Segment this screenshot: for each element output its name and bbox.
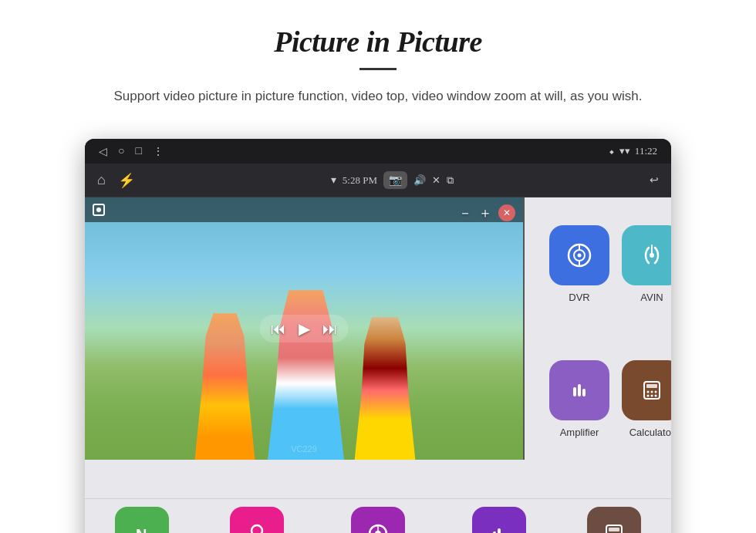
pip-top-bar xyxy=(85,197,523,222)
bottom-icons-row: N Netflix SiriusXM xyxy=(85,498,671,533)
device-frame: ◁ ○ □ ⋮ ⬥ ▾▾ 11:22 ⌂ ⚡ ▾ 5:28 PM 📷 🔊 xyxy=(85,139,671,533)
amplifier-label: Amplifier xyxy=(560,427,599,438)
svg-point-12 xyxy=(647,391,650,393)
svg-point-16 xyxy=(651,395,653,397)
page-container: Picture in Picture Support video picture… xyxy=(0,0,756,533)
menu-nav-icon[interactable]: ⋮ xyxy=(153,145,164,158)
person-1 xyxy=(187,313,264,460)
pip-fast-forward-button[interactable]: ⏭ xyxy=(322,320,338,338)
svg-point-13 xyxy=(651,391,653,393)
camera-button[interactable]: 📷 xyxy=(383,171,407,189)
svg-rect-25 xyxy=(498,528,501,533)
volume-icon[interactable]: 🔊 xyxy=(413,174,426,187)
bottom-app-calculator[interactable]: Calculator xyxy=(587,507,641,533)
dvr-label: DVR xyxy=(569,292,589,303)
app-cell-amplifier[interactable]: Amplifier xyxy=(543,348,616,483)
clock-display: 5:28 PM xyxy=(343,174,377,187)
calculator-bottom-icon xyxy=(587,507,641,533)
main-area: － ＋ ✕ ⏮ ▶ ⏭ VC229 xyxy=(85,197,671,498)
pip-playback-controls[interactable]: ⏮ ▶ ⏭ xyxy=(260,315,349,342)
bottom-app-netflix[interactable]: N Netflix xyxy=(115,507,169,533)
wifi-icon: ▾ xyxy=(331,174,336,187)
pip-close-button[interactable]: ✕ xyxy=(498,204,515,221)
netflix-bottom-icon: N xyxy=(115,507,169,533)
person-3 xyxy=(349,317,422,460)
bottom-app-wheelkey[interactable]: Wheelkey Study xyxy=(345,507,412,533)
pip-people xyxy=(85,250,523,460)
pip-minimize-button[interactable]: － xyxy=(458,204,472,222)
amplifier-icon xyxy=(549,360,609,420)
app-cell-calculator[interactable]: Calculator xyxy=(616,348,671,483)
app-bar-right: ↩ xyxy=(650,174,659,187)
svg-rect-28 xyxy=(609,528,619,531)
pip-play-button[interactable]: ▶ xyxy=(299,319,310,338)
pip-video: － ＋ ✕ ⏮ ▶ ⏭ VC229 xyxy=(85,197,523,460)
recent-nav-icon[interactable]: □ xyxy=(135,145,141,157)
pip-record-dot xyxy=(96,207,101,212)
siriusxm-bottom-icon xyxy=(230,507,284,533)
usb-icon: ⚡ xyxy=(118,172,135,189)
svg-text:N: N xyxy=(136,526,147,533)
app-bar-center: ▾ 5:28 PM 📷 🔊 ✕ ⧉ xyxy=(331,171,454,189)
app-bar: ⌂ ⚡ ▾ 5:28 PM 📷 🔊 ✕ ⧉ ↩ xyxy=(85,164,671,197)
status-time: 11:22 xyxy=(635,145,657,157)
pip-rewind-button[interactable]: ⏮ xyxy=(271,320,286,338)
status-right: ⬥ ▾▾ 11:22 xyxy=(609,145,657,157)
page-title: Picture in Picture xyxy=(46,25,710,59)
pip-video-overlay[interactable]: － ＋ ✕ ⏮ ▶ ⏭ VC229 xyxy=(85,197,525,460)
calculator-icon xyxy=(622,360,671,420)
page-header: Picture in Picture Support video picture… xyxy=(0,0,756,120)
bottom-app-siriusxm[interactable]: SiriusXM xyxy=(230,507,284,533)
status-left: ◁ ○ □ ⋮ xyxy=(99,145,164,158)
pip-resize-controls: － ＋ ✕ xyxy=(458,204,515,222)
pip-expand-button[interactable]: ＋ xyxy=(478,204,492,222)
svg-rect-11 xyxy=(646,384,657,388)
pip-record-icon xyxy=(93,204,105,216)
location-icon: ⬥ xyxy=(609,145,615,157)
pip-icon[interactable]: ⧉ xyxy=(447,174,454,187)
status-bar: ◁ ○ □ ⋮ ⬥ ▾▾ 11:22 xyxy=(85,139,671,164)
app-bar-left: ⌂ ⚡ xyxy=(97,172,135,189)
home-nav-icon[interactable]: ○ xyxy=(118,145,124,157)
wifi-signal-icon: ▾▾ xyxy=(619,145,630,157)
close-icon[interactable]: ✕ xyxy=(432,174,440,187)
avin-label: AVIN xyxy=(640,292,663,303)
home-icon[interactable]: ⌂ xyxy=(97,172,106,188)
title-divider xyxy=(359,68,397,70)
page-subtitle: Support video picture in picture functio… xyxy=(62,86,694,106)
back-nav-icon[interactable]: ◁ xyxy=(99,145,107,158)
svg-rect-8 xyxy=(578,384,581,396)
amplifier-bottom-icon xyxy=(472,507,526,533)
svg-point-17 xyxy=(655,395,657,397)
calculator-label: Calculator xyxy=(629,427,671,438)
pip-watermark: VC229 xyxy=(291,444,317,454)
bottom-app-amplifier[interactable]: Amplifier xyxy=(472,507,526,533)
svg-point-14 xyxy=(655,391,657,393)
svg-rect-7 xyxy=(573,387,576,396)
wheelkey-bottom-icon xyxy=(351,507,405,533)
svg-point-15 xyxy=(647,395,650,397)
back-icon[interactable]: ↩ xyxy=(650,174,659,187)
svg-point-19 xyxy=(251,525,262,533)
svg-rect-9 xyxy=(582,389,586,396)
